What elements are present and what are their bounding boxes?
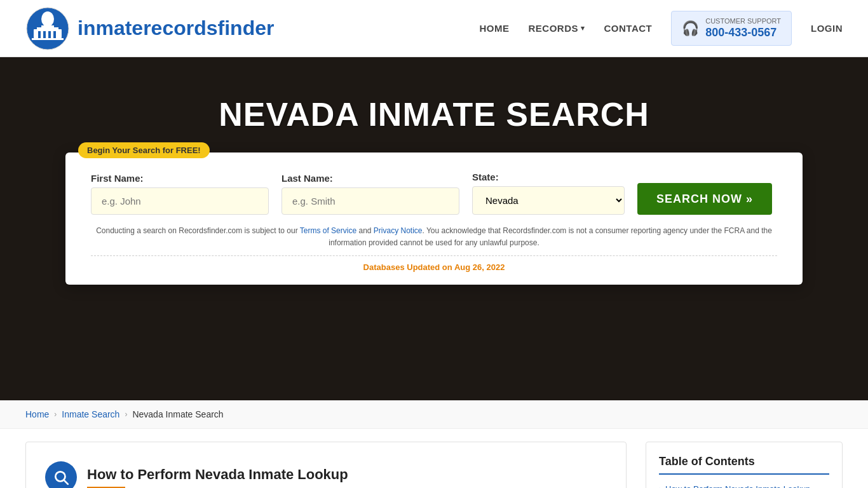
state-label: State: [472, 172, 625, 182]
svg-rect-6 [38, 31, 41, 38]
first-name-input[interactable] [91, 187, 269, 215]
nav-home[interactable]: HOME [479, 23, 509, 34]
support-label: CUSTOMER SUPPORT [705, 17, 781, 25]
db-update: Databases Updated on Aug 26, 2022 [91, 255, 777, 272]
first-name-field-group: First Name: [91, 173, 269, 215]
search-icon-circle [45, 461, 77, 488]
breadcrumb-inmate-search[interactable]: Inmate Search [62, 409, 119, 419]
search-now-button[interactable]: SEARCH NOW » [637, 183, 772, 215]
chevron-down-icon: ▾ [581, 24, 585, 32]
logo-text[interactable]: inmaterecordsfinder [78, 17, 274, 40]
nav-records[interactable]: RECORDS ▾ [528, 23, 585, 34]
nav-contact[interactable]: CONTACT [604, 23, 653, 34]
svg-point-1 [41, 11, 54, 27]
last-name-field-group: Last Name: [281, 173, 459, 215]
privacy-link[interactable]: Privacy Notice [374, 226, 423, 235]
support-text: CUSTOMER SUPPORT 800-433-0567 [705, 17, 781, 41]
search-icon [53, 469, 69, 485]
article-section: How to Perform Nevada Inmate Lookup Stat… [25, 442, 627, 488]
hero-title: NEVADA INMATE SEARCH [219, 95, 649, 133]
logo-bold: finder [218, 17, 275, 39]
search-box: Begin Your Search for FREE! First Name: … [65, 152, 803, 285]
headset-icon: 🎧 [682, 20, 699, 37]
header: inmaterecordsfinder HOME RECORDS ▾ CONTA… [0, 0, 868, 57]
toc-section: Table of Contents ›How to Perform Nevada… [646, 442, 843, 488]
logo-plain: inmaterecords [78, 17, 218, 39]
breadcrumb-sep-1: › [54, 410, 57, 419]
state-field-group: State: Nevada Alabama Alaska Arizona Cal… [472, 172, 625, 215]
first-name-label: First Name: [91, 173, 269, 184]
logo-icon [25, 6, 70, 51]
logo-area: inmaterecordsfinder [25, 6, 274, 51]
hero-section: NEVADA INMATE SEARCH Begin Your Search f… [0, 57, 868, 400]
db-update-prefix: Databases Updated on [363, 262, 454, 272]
main-content: How to Perform Nevada Inmate Lookup Stat… [0, 442, 868, 488]
support-number: 800-433-0567 [705, 26, 776, 39]
article-header: How to Perform Nevada Inmate Lookup [45, 461, 607, 488]
state-select[interactable]: Nevada Alabama Alaska Arizona California [472, 186, 625, 215]
free-badge: Begin Your Search for FREE! [78, 142, 210, 158]
toc-link-0: How to Perform Nevada Inmate Lookup [665, 484, 810, 488]
customer-support[interactable]: 🎧 CUSTOMER SUPPORT 800-433-0567 [671, 11, 792, 46]
toc-box: Table of Contents ›How to Perform Nevada… [646, 442, 843, 488]
breadcrumb-sep-2: › [125, 410, 127, 419]
breadcrumb-current: Nevada Inmate Search [132, 409, 223, 419]
chevron-right-icon: › [659, 485, 661, 488]
search-fields: First Name: Last Name: State: Nevada Ala… [91, 172, 777, 215]
svg-rect-4 [34, 29, 62, 38]
svg-rect-3 [37, 27, 58, 29]
navigation: HOME RECORDS ▾ CONTACT 🎧 CUSTOMER SUPPOR… [479, 11, 843, 46]
login-button[interactable]: LOGIN [811, 23, 843, 34]
svg-rect-2 [41, 25, 54, 27]
svg-rect-5 [32, 38, 64, 40]
disclaimer-text: Conducting a search on Recordsfinder.com… [91, 225, 777, 249]
terms-link[interactable]: Terms of Service [300, 226, 356, 235]
svg-rect-9 [53, 31, 56, 38]
breadcrumb-home[interactable]: Home [25, 409, 49, 419]
svg-rect-8 [48, 31, 51, 38]
article-title-block: How to Perform Nevada Inmate Lookup [87, 466, 348, 489]
last-name-input[interactable] [281, 187, 459, 215]
toc-item-0[interactable]: ›How to Perform Nevada Inmate Lookup [659, 484, 829, 488]
db-update-date: Aug 26, 2022 [454, 262, 505, 272]
last-name-label: Last Name: [281, 173, 459, 184]
toc-title: Table of Contents [659, 455, 829, 475]
svg-rect-7 [43, 31, 46, 38]
svg-line-11 [64, 480, 68, 484]
article-title: How to Perform Nevada Inmate Lookup [87, 466, 348, 483]
toc-items: ›How to Perform Nevada Inmate Lookup›Cre… [659, 484, 829, 488]
breadcrumb: Home › Inmate Search › Nevada Inmate Sea… [0, 400, 868, 429]
